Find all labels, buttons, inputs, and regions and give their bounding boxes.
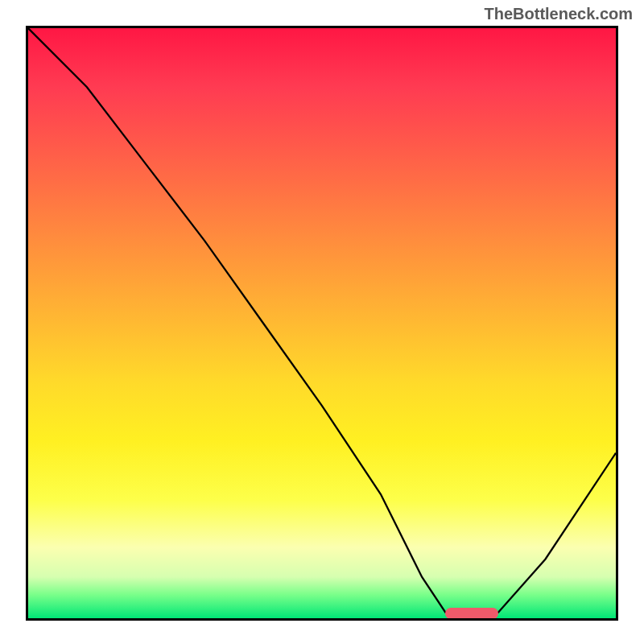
bottleneck-curve-path	[28, 28, 616, 618]
optimal-range-marker	[445, 608, 498, 619]
chart-plot-area	[26, 26, 618, 621]
bottleneck-curve-svg	[28, 28, 616, 618]
watermark-text: TheBottleneck.com	[485, 5, 633, 23]
